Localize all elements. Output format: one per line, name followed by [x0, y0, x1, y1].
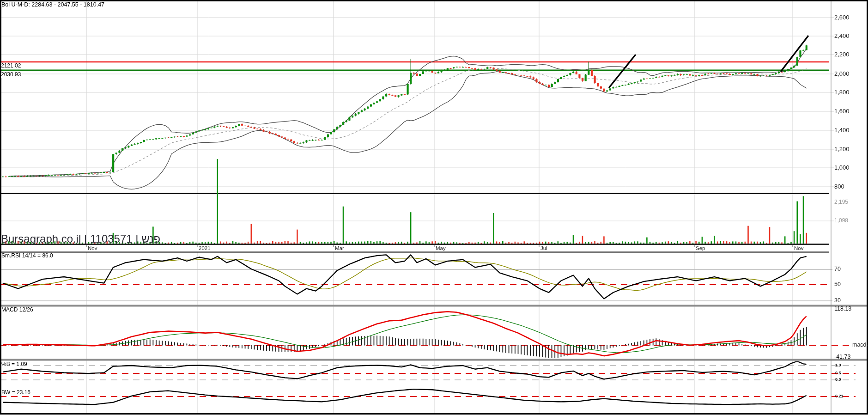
- macd-axis-label: -41.73: [834, 354, 850, 360]
- volume-axis-label: 2,195: [834, 199, 848, 205]
- percent-b-panel-label: %B = 1.09: [1, 361, 29, 367]
- price-axis-label: 2,600: [834, 14, 850, 21]
- percent-b-axis-label: 0.0: [835, 378, 841, 382]
- time-axis-label: May: [436, 245, 446, 251]
- time-axis-label: Sep: [696, 245, 705, 251]
- bandwidth-panel-label: BW = 23.16: [1, 390, 32, 396]
- time-axis-label: Mar: [335, 245, 344, 251]
- price-level-label: 2030.93: [1, 72, 22, 78]
- price-axis-label: 2,200: [834, 51, 850, 58]
- price-axis-label: 1,200: [834, 146, 850, 153]
- time-axis-label: Jul: [540, 245, 547, 251]
- macd-axis-label: macd=: [852, 342, 868, 348]
- time-axis-label: Nov: [88, 245, 97, 251]
- rsi-axis-label: 70: [834, 266, 841, 273]
- price-axis-label: 2,400: [834, 33, 850, 39]
- price-axis-label: 1,600: [834, 108, 850, 115]
- macd-axis-label: 118.13: [834, 306, 851, 312]
- price-axis-label: 1,400: [834, 127, 850, 134]
- percent-b-axis-label: 0.5: [835, 371, 841, 376]
- time-axis-label: Nov: [794, 245, 803, 251]
- percent-b-axis-label: 1.0: [835, 363, 841, 368]
- bollinger-readout: Bol U-M-D: 2284.63 - 2047.55 - 1810.47: [1, 2, 104, 8]
- time-axis-label: 2021: [199, 245, 211, 251]
- watermark-text: Bursagraph.co.il | 1103571 | שנפ: [1, 233, 160, 245]
- volume-axis-label: 1,098: [834, 218, 848, 224]
- rsi-panel-label: Sm.RSI 14/14 = 86.0: [1, 253, 55, 259]
- price-axis-label: 1,000: [834, 165, 850, 171]
- price-level-label: 2121.02: [1, 63, 22, 69]
- chart-window: Bol U-M-D: 2284.63 - 2047.55 - 1810.47 B…: [0, 0, 868, 415]
- price-axis-label: 1,800: [834, 89, 850, 96]
- bandwidth-axis-label: 0.21: [835, 394, 844, 399]
- macd-panel-label: MACD 12/26: [1, 307, 35, 313]
- rsi-axis-label: 30: [834, 298, 841, 304]
- rsi-axis-label: 50: [834, 281, 841, 288]
- price-chart-canvas[interactable]: [0, 0, 868, 415]
- price-axis-label: 2,000: [834, 71, 850, 77]
- price-axis-label: 800: [834, 183, 844, 190]
